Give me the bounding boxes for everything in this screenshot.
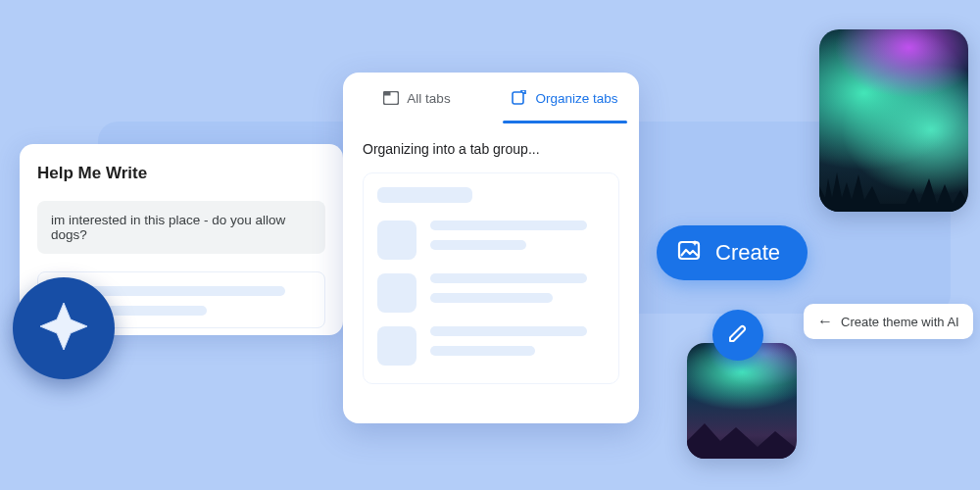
skeleton-line — [430, 273, 587, 283]
skeleton-row — [377, 273, 605, 313]
pencil-icon — [726, 321, 750, 349]
sparkle-icon — [36, 299, 91, 358]
edit-theme-button[interactable] — [712, 310, 763, 361]
skeleton-line — [430, 293, 553, 303]
help-me-write-input[interactable]: im interested in this place - do you all… — [37, 201, 325, 254]
skeleton-row — [377, 220, 605, 260]
create-button-label: Create — [715, 240, 780, 266]
tab-label: All tabs — [407, 91, 450, 106]
skeleton-line — [430, 240, 526, 250]
help-me-write-title: Help Me Write — [37, 164, 325, 183]
organize-status-text: Organizing into a tab group... — [363, 141, 619, 157]
svg-rect-1 — [384, 92, 391, 96]
tab-all-tabs[interactable]: All tabs — [343, 73, 491, 123]
create-theme-label: Create theme with AI — [841, 315, 959, 329]
skeleton-square — [377, 326, 416, 366]
tab-organize-tabs[interactable]: Organize tabs — [491, 73, 639, 123]
tab-group-skeleton — [363, 172, 619, 384]
tab-bar: All tabs Organize tabs — [343, 73, 639, 123]
organize-icon — [512, 90, 527, 106]
svg-rect-2 — [513, 92, 523, 104]
create-theme-chip[interactable]: ← Create theme with AI — [804, 304, 973, 339]
skeleton-square — [377, 220, 416, 260]
create-button[interactable]: Create — [657, 225, 808, 280]
skeleton-line — [377, 187, 472, 203]
ai-spark-badge — [13, 277, 115, 379]
theme-image-large — [819, 29, 968, 212]
skeleton-line — [430, 346, 535, 356]
skeleton-square — [377, 273, 416, 313]
skeleton-row — [377, 326, 605, 366]
arrow-left-icon: ← — [817, 314, 833, 329]
aurora-art — [819, 29, 968, 212]
image-sparkle-icon — [676, 237, 702, 269]
treeline-icon — [819, 165, 968, 212]
tab-label: Organize tabs — [535, 91, 617, 106]
tab-icon — [383, 91, 399, 105]
skeleton-line — [430, 326, 587, 336]
skeleton-line — [430, 220, 587, 230]
mountain-icon — [687, 414, 797, 459]
organize-tabs-card: All tabs Organize tabs Organizing into a… — [343, 73, 639, 423]
